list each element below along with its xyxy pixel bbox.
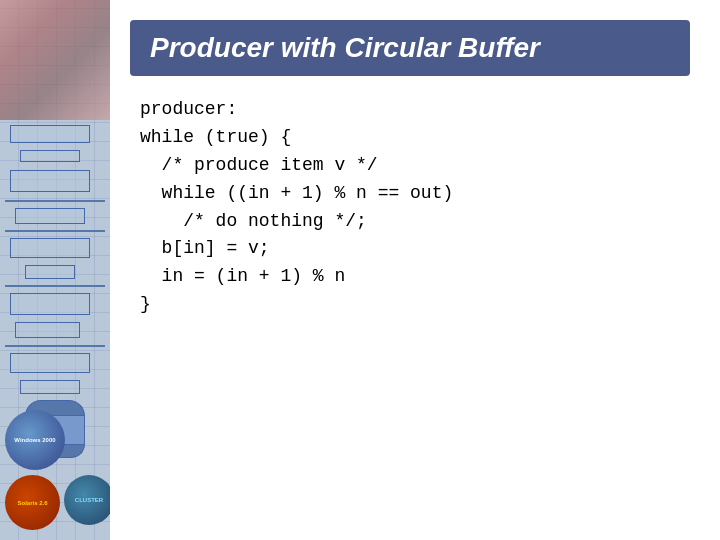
circuit-line-2 [5, 230, 105, 232]
code-line-1: producer: [140, 96, 680, 124]
circuit-box-10 [20, 380, 80, 394]
circuit-box-8 [15, 322, 80, 338]
circuit-box-9 [10, 353, 90, 373]
sidebar-logos: Windows 2000 Solaris 2.6 CLUSTER [5, 410, 110, 530]
solaris-logo: Solaris 2.6 [5, 475, 60, 530]
circuit-line-4 [5, 345, 105, 347]
slide-title: Producer with Circular Buffer [130, 20, 690, 76]
circuit-box-3 [10, 170, 90, 192]
code-line-7: in = (in + 1) % n [140, 263, 680, 291]
code-line-3: /* produce item v */ [140, 152, 680, 180]
main-content: Producer with Circular Buffer producer: … [110, 0, 720, 540]
circuit-box-6 [25, 265, 75, 279]
circuit-box-2 [20, 150, 80, 162]
code-block: producer: while (true) { /* produce item… [130, 96, 690, 319]
circuit-line-1 [5, 200, 105, 202]
windows-logo: Windows 2000 [5, 410, 65, 470]
circuit-box-4 [15, 208, 85, 224]
circuit-line-3 [5, 285, 105, 287]
sidebar: Windows 2000 Solaris 2.6 CLUSTER [0, 0, 110, 540]
cluster-logo: CLUSTER [64, 475, 110, 525]
circuit-box-1 [10, 125, 90, 143]
code-line-8: } [140, 291, 680, 319]
code-line-6: b[in] = v; [140, 235, 680, 263]
circuit-box-5 [10, 238, 90, 258]
sidebar-top-image [0, 0, 110, 120]
code-line-2: while (true) { [140, 124, 680, 152]
circuit-box-7 [10, 293, 90, 315]
code-line-4: while ((in + 1) % n == out) [140, 180, 680, 208]
code-line-5: /* do nothing */; [140, 208, 680, 236]
